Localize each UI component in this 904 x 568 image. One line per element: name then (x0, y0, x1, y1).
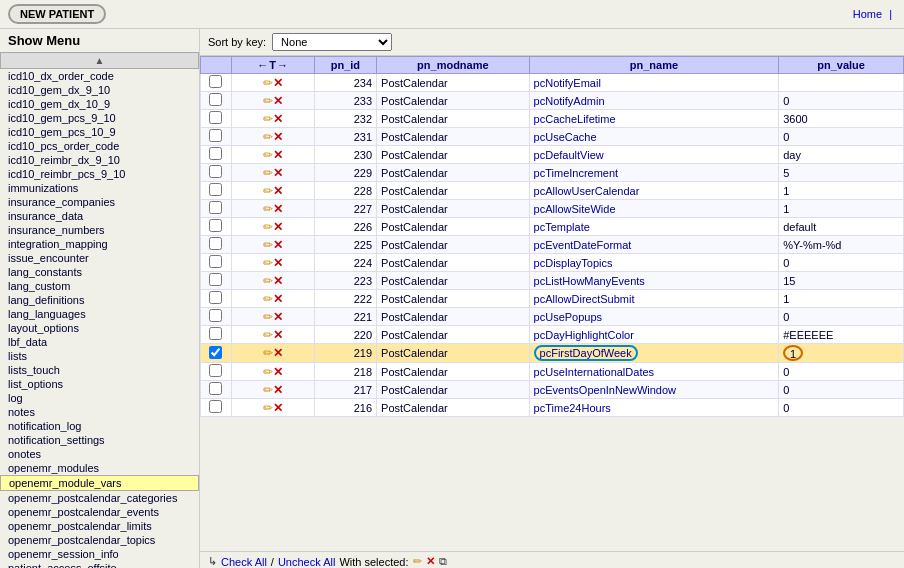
edit-icon[interactable]: ✏ (263, 130, 273, 144)
edit-icon[interactable]: ✏ (263, 112, 273, 126)
sidebar-item-insurance_data[interactable]: insurance_data (0, 209, 199, 223)
pencil-icon-bottom[interactable]: ✏ (413, 555, 422, 568)
new-patient-button[interactable]: NEW PATIENT (8, 4, 106, 24)
row-checkbox[interactable] (209, 201, 222, 214)
sidebar-item-insurance_numbers[interactable]: insurance_numbers (0, 223, 199, 237)
row-checkbox[interactable] (209, 291, 222, 304)
delete-icon[interactable]: ✕ (273, 94, 283, 108)
row-checkbox[interactable] (209, 129, 222, 142)
copy-icon-bottom[interactable]: ⧉ (439, 555, 447, 568)
sidebar-item-lang_constants[interactable]: lang_constants (0, 265, 199, 279)
row-checkbox-cell[interactable] (201, 290, 232, 308)
sidebar-item-openemr_module_vars[interactable]: openemr_module_vars (0, 475, 199, 491)
edit-icon[interactable]: ✏ (263, 401, 273, 415)
sidebar-item-icd10_dx_order_code[interactable]: icd10_dx_order_code (0, 69, 199, 83)
row-checkbox-cell[interactable] (201, 164, 232, 182)
row-checkbox-cell[interactable] (201, 308, 232, 326)
sidebar-item-onotes[interactable]: onotes (0, 447, 199, 461)
edit-icon[interactable]: ✏ (263, 274, 273, 288)
sidebar-item-issue_encounter[interactable]: issue_encounter (0, 251, 199, 265)
row-checkbox-cell[interactable] (201, 128, 232, 146)
sidebar-item-lang_definitions[interactable]: lang_definitions (0, 293, 199, 307)
sidebar-item-lang_languages[interactable]: lang_languages (0, 307, 199, 321)
delete-icon[interactable]: ✕ (273, 365, 283, 379)
sidebar-item-insurance_companies[interactable]: insurance_companies (0, 195, 199, 209)
sidebar-item-list_options[interactable]: list_options (0, 377, 199, 391)
row-checkbox-cell[interactable] (201, 182, 232, 200)
row-checkbox[interactable] (209, 165, 222, 178)
sidebar-item-openemr_modules[interactable]: openemr_modules (0, 461, 199, 475)
edit-icon[interactable]: ✏ (263, 292, 273, 306)
sidebar-item-layout_options[interactable]: layout_options (0, 321, 199, 335)
sidebar-item-integration_mapping[interactable]: integration_mapping (0, 237, 199, 251)
row-checkbox[interactable] (209, 75, 222, 88)
sidebar-item-icd10_reimbr_pcs_9_10[interactable]: icd10_reimbr_pcs_9_10 (0, 167, 199, 181)
delete-icon[interactable]: ✕ (273, 383, 283, 397)
delete-icon[interactable]: ✕ (273, 328, 283, 342)
delete-icon[interactable]: ✕ (273, 346, 283, 360)
row-checkbox[interactable] (209, 400, 222, 413)
sidebar-item-openemr_session_info[interactable]: openemr_session_info (0, 547, 199, 561)
row-checkbox[interactable] (209, 183, 222, 196)
delete-icon[interactable]: ✕ (273, 184, 283, 198)
edit-icon[interactable]: ✏ (263, 310, 273, 324)
row-checkbox[interactable] (209, 111, 222, 124)
row-checkbox-cell[interactable] (201, 326, 232, 344)
delete-icon[interactable]: ✕ (273, 202, 283, 216)
sidebar-item-notification_settings[interactable]: notification_settings (0, 433, 199, 447)
sidebar-item-openemr_postcalendar_categories[interactable]: openemr_postcalendar_categories (0, 491, 199, 505)
edit-icon[interactable]: ✏ (263, 256, 273, 270)
delete-icon[interactable]: ✕ (273, 166, 283, 180)
sidebar-item-lists[interactable]: lists (0, 349, 199, 363)
sidebar-item-lists_touch[interactable]: lists_touch (0, 363, 199, 377)
row-checkbox[interactable] (209, 346, 222, 359)
edit-icon[interactable]: ✏ (263, 328, 273, 342)
delete-icon[interactable]: ✕ (273, 112, 283, 126)
row-checkbox-cell[interactable] (201, 74, 232, 92)
delete-icon-bottom[interactable]: ✕ (426, 555, 435, 568)
edit-icon[interactable]: ✏ (263, 76, 273, 90)
sidebar-item-notes[interactable]: notes (0, 405, 199, 419)
row-checkbox-cell[interactable] (201, 381, 232, 399)
row-checkbox-cell[interactable] (201, 218, 232, 236)
check-all-link[interactable]: Check All (221, 556, 267, 568)
nav-home[interactable]: Home (853, 8, 882, 20)
row-checkbox[interactable] (209, 93, 222, 106)
edit-icon[interactable]: ✏ (263, 220, 273, 234)
row-checkbox-cell[interactable] (201, 200, 232, 218)
sidebar-item-lang_custom[interactable]: lang_custom (0, 279, 199, 293)
delete-icon[interactable]: ✕ (273, 256, 283, 270)
edit-icon[interactable]: ✏ (263, 94, 273, 108)
edit-icon[interactable]: ✏ (263, 346, 273, 360)
delete-icon[interactable]: ✕ (273, 76, 283, 90)
sidebar-item-openemr_postcalendar_limits[interactable]: openemr_postcalendar_limits (0, 519, 199, 533)
sidebar-item-immunizations[interactable]: immunizations (0, 181, 199, 195)
row-checkbox[interactable] (209, 364, 222, 377)
delete-icon[interactable]: ✕ (273, 148, 283, 162)
row-checkbox-cell[interactable] (201, 363, 232, 381)
edit-icon[interactable]: ✏ (263, 383, 273, 397)
row-checkbox[interactable] (209, 382, 222, 395)
sidebar-item-icd10_pcs_order_code[interactable]: icd10_pcs_order_code (0, 139, 199, 153)
sidebar-item-patient_access_offsite[interactable]: patient_access_offsite (0, 561, 199, 568)
row-checkbox[interactable] (209, 147, 222, 160)
edit-icon[interactable]: ✏ (263, 238, 273, 252)
sidebar-item-icd10_gem_pcs_9_10[interactable]: icd10_gem_pcs_9_10 (0, 111, 199, 125)
uncheck-all-link[interactable]: Uncheck All (278, 556, 335, 568)
col-header-pnmodname[interactable]: pn_modname (377, 57, 530, 74)
col-header-pnid[interactable]: pn_id (314, 57, 376, 74)
row-checkbox-cell[interactable] (201, 344, 232, 363)
delete-icon[interactable]: ✕ (273, 130, 283, 144)
delete-icon[interactable]: ✕ (273, 401, 283, 415)
delete-icon[interactable]: ✕ (273, 292, 283, 306)
row-checkbox-cell[interactable] (201, 272, 232, 290)
sidebar-item-icd10_reimbr_dx_9_10[interactable]: icd10_reimbr_dx_9_10 (0, 153, 199, 167)
edit-icon[interactable]: ✏ (263, 202, 273, 216)
row-checkbox-cell[interactable] (201, 254, 232, 272)
row-checkbox-cell[interactable] (201, 146, 232, 164)
sidebar-item-icd10_gem_dx_10_9[interactable]: icd10_gem_dx_10_9 (0, 97, 199, 111)
row-checkbox[interactable] (209, 309, 222, 322)
sidebar-scroll-up[interactable]: ▲ (0, 52, 199, 69)
edit-icon[interactable]: ✏ (263, 166, 273, 180)
sidebar-item-icd10_gem_dx_9_10[interactable]: icd10_gem_dx_9_10 (0, 83, 199, 97)
